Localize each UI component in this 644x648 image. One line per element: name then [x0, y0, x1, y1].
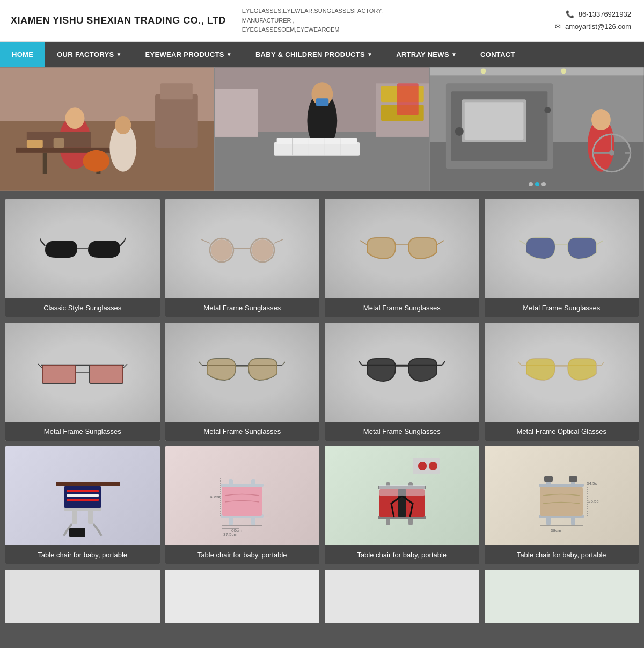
product-row4-2[interactable] — [165, 570, 320, 623]
hero-banner — [0, 67, 644, 191]
svg-rect-36 — [465, 102, 524, 140]
product-baby-chair-2[interactable]: 43cm 60cm 37.5cm Table chair for baby, p… — [165, 446, 320, 564]
svg-rect-6 — [43, 153, 47, 174]
svg-rect-8 — [27, 140, 43, 148]
nav-home[interactable]: HOME — [0, 42, 45, 67]
nav-artray[interactable]: ARTRAY NEWS ▼ — [384, 42, 469, 67]
svg-rect-65 — [42, 365, 76, 383]
svg-rect-83 — [64, 486, 101, 508]
product-metal-blue[interactable]: Metal Frame Sunglasses — [485, 199, 639, 317]
email-line: ✉ amoyartist@126.com — [555, 20, 633, 33]
svg-rect-26 — [215, 89, 258, 137]
phone-line: 📞 86-13376921932 — [555, 8, 633, 20]
product-label-metal-optical: Metal Frame Optical Glasses — [485, 422, 639, 441]
nav-contact[interactable]: CONTACT — [469, 42, 527, 67]
product-image-baby1 — [5, 446, 160, 545]
nav-factorys-arrow: ▼ — [116, 52, 121, 57]
svg-line-71 — [199, 362, 202, 365]
product-baby-chair-1[interactable]: Table chair for baby, portable — [5, 446, 160, 564]
svg-line-61 — [519, 241, 526, 245]
product-metal-aviator-brown2[interactable]: Metal Frame Sunglasses — [165, 323, 320, 441]
svg-line-49 — [41, 241, 45, 246]
svg-point-3 — [65, 107, 85, 129]
svg-rect-114 — [544, 476, 553, 482]
product-row4-4[interactable] — [485, 570, 639, 623]
svg-point-56 — [252, 239, 273, 261]
nav-eyewear[interactable]: EYEWEAR PRODUCTS ▼ — [134, 42, 244, 67]
svg-line-59 — [360, 241, 367, 245]
product-image-row4-1 — [5, 570, 160, 623]
sunglasses-optical-yellow-svg — [518, 353, 604, 391]
product-image-classic — [5, 199, 160, 298]
contact-info: 📞 86-13376921932 ✉ amoyartist@126.com — [555, 8, 633, 33]
email-icon: ✉ — [555, 23, 561, 31]
svg-line-51 — [120, 241, 125, 246]
product-image-row4-2 — [165, 570, 320, 623]
hero-dot-3[interactable] — [541, 182, 546, 186]
svg-rect-87 — [69, 528, 85, 537]
product-metal-dark[interactable]: Metal Frame Sunglasses — [325, 323, 479, 441]
sunglasses-metal-round-svg — [199, 230, 285, 267]
nav-factorys[interactable]: OUR FACTORYS ▼ — [45, 42, 133, 67]
svg-rect-115 — [569, 476, 577, 482]
svg-text:43cm: 43cm — [210, 494, 221, 499]
hero-dot-1[interactable] — [529, 182, 533, 186]
hero-scene-3 — [430, 67, 644, 191]
svg-text:38cm: 38cm — [551, 528, 561, 533]
svg-line-75 — [442, 361, 445, 365]
hero-panel-3 — [430, 67, 644, 191]
svg-point-100 — [418, 462, 427, 470]
hero-scene-2 — [215, 67, 429, 191]
svg-rect-84 — [67, 490, 99, 492]
product-metal-square-red[interactable]: Metal Frame Sunglasses — [5, 323, 160, 441]
svg-point-54 — [211, 239, 232, 261]
svg-point-47 — [481, 68, 486, 74]
product-image-baby4: 26.5c 38cm 34.5c — [485, 446, 639, 545]
products-row-2: Metal Frame Sunglasses Metal Frame Sungl… — [5, 323, 639, 441]
svg-rect-13 — [160, 83, 193, 99]
svg-rect-12 — [155, 94, 198, 148]
product-row4-3[interactable] — [325, 570, 479, 623]
svg-line-77 — [518, 362, 521, 365]
nav-eyewear-arrow: ▼ — [226, 52, 232, 57]
baby-chair-2-svg: 43cm 60cm 37.5cm — [199, 453, 285, 538]
top-header: XIAMEN YISHU SHEXIAN TRADING CO., LTD EY… — [0, 0, 644, 42]
company-tagline: EYEGLASSES,EYEWEAR,SUNGLASSESFACTORY, MA… — [242, 6, 382, 35]
sunglasses-aviator-brown2-svg — [199, 353, 285, 391]
svg-text:37.5cm: 37.5cm — [223, 532, 238, 537]
baby-chair-3-svg — [359, 453, 445, 538]
product-label-metal-aviator-brown2: Metal Frame Sunglasses — [165, 422, 320, 441]
product-classic-sunglasses[interactable]: Classic Style Sunglasses — [5, 199, 160, 317]
svg-line-58 — [274, 239, 283, 243]
main-nav: HOME OUR FACTORYS ▼ EYEWEAR PRODUCTS ▼ B… — [0, 42, 644, 67]
svg-line-74 — [359, 361, 362, 365]
product-image-metal-aviator-brown — [325, 199, 479, 298]
svg-rect-46 — [430, 67, 644, 75]
phone-icon: 📞 — [566, 10, 574, 18]
product-label-metal-blue: Metal Frame Sunglasses — [485, 298, 639, 317]
email-address: amoyartist@126.com — [565, 23, 631, 31]
product-metal-round[interactable]: Metal Frame Sunglasses — [165, 199, 320, 317]
svg-line-78 — [602, 362, 604, 365]
product-label-metal-square-red: Metal Frame Sunglasses — [5, 422, 160, 441]
svg-rect-108 — [379, 485, 425, 496]
nav-baby[interactable]: BABY & CHILDREN PRODUCTS ▼ — [244, 42, 384, 67]
svg-rect-21 — [276, 138, 357, 144]
svg-rect-113 — [540, 487, 583, 516]
svg-line-52 — [125, 238, 126, 241]
product-metal-optical[interactable]: Metal Frame Optical Glasses — [485, 323, 639, 441]
product-row4-1[interactable] — [5, 570, 160, 623]
product-label-baby4: Table chair for baby, portable — [485, 545, 639, 564]
hero-dot-2[interactable] — [535, 182, 539, 186]
svg-rect-9 — [54, 138, 64, 148]
product-image-metal-dark — [325, 323, 479, 422]
phone-number: 86-13376921932 — [579, 10, 631, 18]
svg-rect-111 — [539, 484, 584, 487]
product-metal-aviator-brown[interactable]: Metal Frame Sunglasses — [325, 199, 479, 317]
sunglasses-metal-blue-svg — [518, 230, 604, 267]
svg-line-72 — [282, 362, 285, 365]
product-image-row4-3 — [325, 570, 479, 623]
product-baby-chair-4[interactable]: 26.5c 38cm 34.5c Table chair for baby, p… — [485, 446, 639, 564]
svg-point-38 — [545, 107, 551, 113]
product-baby-chair-3[interactable]: Table chair for baby, portable — [325, 446, 479, 564]
